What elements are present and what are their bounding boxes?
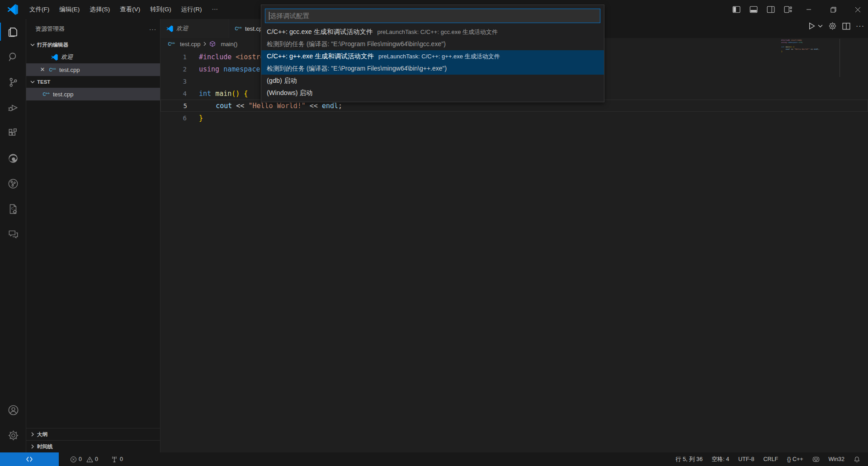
open-editor-welcome[interactable]: 欢迎 [26,51,160,63]
problems-indicator[interactable]: 0 0 [67,452,101,466]
close-icon[interactable]: ✕ [39,66,46,73]
outline-section[interactable]: 大纲 [26,428,160,440]
explorer-more-actions-icon[interactable]: ··· [149,26,156,33]
quickpick-item-label: (Windows) 启动 [267,89,313,97]
activity-bar: C [0,19,26,452]
vscode-logo-icon [51,53,58,61]
quickpick-item[interactable]: C/C++: g++.exe 生成和调试活动文件preLaunchTask: C… [261,50,604,75]
vscode-logo-icon [7,4,18,15]
line-col-indicator[interactable]: 行 5, 列 36 [672,456,706,463]
line-number: 3 [160,78,187,85]
file-row-testcpp[interactable]: C⁺⁺ test.cpp [26,88,160,100]
open-editor-testcpp[interactable]: ✕ C⁺⁺ test.cpp [26,63,160,76]
run-button[interactable] [807,22,816,30]
notifications-bell-icon[interactable] [850,456,863,463]
restore-button[interactable] [823,0,844,19]
search-icon[interactable] [0,44,26,70]
quickpick-item-label: C/C++: gcc.exe 生成和调试活动文件 [267,28,373,36]
eol-indicator[interactable]: CRLF [760,456,781,462]
split-editor-icon[interactable] [842,22,850,30]
open-settings-icon[interactable] [828,22,837,30]
status-bar: 0 0 0 行 5, 列 36 空格: 4 UTF-8 CRLF {} C++ … [0,452,868,466]
line-number: 6 [160,114,187,122]
os-indicator[interactable]: Win32 [826,456,848,462]
folder-header-test[interactable]: TEST [26,76,160,88]
menu-f[interactable]: 文件(F) [24,3,54,16]
code-line-6[interactable]: } [781,50,835,52]
menu-v[interactable]: 查看(V) [115,3,145,16]
quickpick-item-description: preLaunchTask: C/C++: gcc.exe 生成活动文件 [377,28,498,36]
edge-browser-icon[interactable] [0,146,26,171]
line-number: 1 [160,53,187,61]
vscode-logo-icon [166,25,173,32]
quickpick-item[interactable]: (Windows) 启动 [261,87,604,99]
remote-indicator[interactable] [0,452,59,466]
quickpick-item[interactable]: (gdb) 启动 [261,75,604,87]
comments-icon[interactable] [0,222,26,247]
run-dropdown-chevron-icon[interactable] [818,24,823,29]
feedback-smiley-icon[interactable] [809,456,823,463]
menu-e[interactable]: 编辑(E) [54,3,85,16]
cpp-file-icon: C⁺⁺ [42,90,50,98]
close-window-button[interactable] [847,0,868,19]
account-icon[interactable] [0,397,26,423]
cpp-file-icon: C⁺⁺ [235,25,242,32]
error-count: 0 [79,456,82,462]
debug-config-quickpick: C/C++: gcc.exe 生成和调试活动文件preLaunchTask: C… [261,5,604,102]
menu-[interactable]: ··· [207,3,223,16]
quickpick-item[interactable]: C/C++: gcc.exe 生成和调试活动文件preLaunchTask: C… [261,26,604,50]
breadcrumb-symbol[interactable]: main() [221,41,238,48]
window-controls [730,0,868,19]
code-text: } [781,50,782,52]
ports-indicator[interactable]: 0 [108,452,126,466]
run-debug-icon[interactable] [0,95,26,120]
chevron-down-icon [29,78,36,86]
git-graph-icon[interactable] [0,171,26,196]
quickpick-input[interactable] [270,12,596,19]
indent-indicator[interactable]: 空格: 4 [708,456,732,463]
customize-layout-icon[interactable] [781,3,795,16]
quickpick-input-wrap [265,9,600,23]
tab-welcome[interactable]: 欢迎 [160,19,229,38]
menu-bar: 文件(F)编辑(E)选择(S)查看(V)转到(G)运行(R)··· [24,3,223,16]
code-text: using namespace std; [781,41,803,43]
chevron-right-icon [29,443,36,450]
code-text: cout << "Hello World!" << endl; [187,102,342,110]
source-control-icon[interactable] [0,70,26,95]
encoding-indicator[interactable]: UTF-8 [735,456,757,462]
status-right: 行 5, 列 36 空格: 4 UTF-8 CRLF {} C++ Win32 [672,456,868,463]
minimize-button[interactable] [798,0,819,19]
line-number: 5 [161,102,187,109]
breadcrumb-separator-icon [203,42,207,46]
ports-count: 0 [120,456,123,462]
quickpick-item-label: (gdb) 启动 [267,76,297,85]
breadcrumb-file[interactable]: test.cpp [180,41,201,48]
menu-s[interactable]: 选择(S) [85,3,115,16]
code-line-6[interactable]: 6} [160,112,868,124]
cpp-file-icon: C⁺⁺ [168,40,175,48]
chevron-down-icon [29,41,36,48]
line-number: 4 [160,90,187,97]
minimap[interactable]: #include <iostream>using namespace std;i… [781,39,835,52]
quickpick-item-label: C/C++: g++.exe 生成和调试活动文件 [267,52,374,61]
code-text: int main() { [187,90,248,98]
chevron-right-icon [29,431,36,438]
menu-g[interactable]: 转到(G) [145,3,176,16]
toggle-panel-icon[interactable] [747,3,760,16]
more-actions-icon[interactable]: ··· [856,22,864,30]
settings-gear-icon[interactable] [0,423,26,448]
editor-actions: ··· [807,22,864,30]
svg-text:C: C [11,206,14,210]
code-text: cout << "Hello World!" << endl; [781,48,819,50]
menu-r[interactable]: 运行(R) [176,3,207,16]
extensions-icon[interactable] [0,120,26,146]
cpp-properties-icon[interactable]: C [0,196,26,222]
symbol-method-icon [209,40,216,48]
timeline-section[interactable]: 时间线 [26,440,160,452]
open-editors-header[interactable]: 打开的编辑器 [26,39,160,51]
toggle-secondary-sidebar-icon[interactable] [764,3,778,16]
language-indicator[interactable]: {} C++ [784,456,806,462]
explorer-icon[interactable] [0,19,26,44]
quickpick-item-detail: 检测到的任务 (编译器: "E:\Program Files\mingw64\b… [267,38,599,50]
toggle-sidebar-icon[interactable] [730,3,743,16]
